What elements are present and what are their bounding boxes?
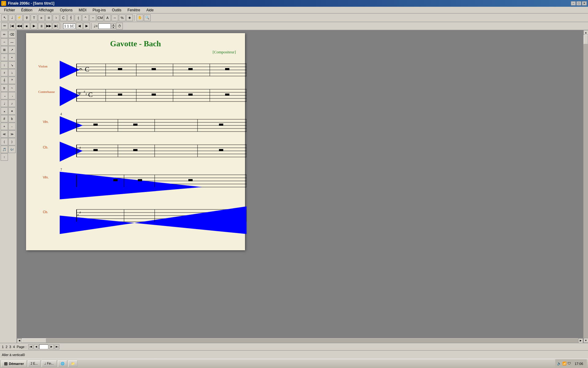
playback-pause[interactable]: ⏸ bbox=[38, 23, 45, 29]
lp-tool17a[interactable]: ↑ bbox=[1, 153, 8, 161]
tool-lyrics[interactable]: A bbox=[104, 14, 111, 21]
menu-options[interactable]: Options bbox=[57, 7, 75, 13]
page-num-3[interactable]: 3 bbox=[9, 345, 11, 349]
lp-tool14b[interactable]: ≫ bbox=[8, 130, 16, 138]
tool-select[interactable]: ↖ bbox=[1, 14, 8, 21]
tempo-spinner[interactable]: ▲ ▼ bbox=[111, 23, 115, 29]
lp-whole[interactable]: 𝅝 bbox=[1, 92, 8, 99]
menu-fenetre[interactable]: Fenêtre bbox=[125, 7, 143, 13]
taskbar-item-2e[interactable]: 2 E... bbox=[28, 360, 40, 367]
menu-outils[interactable]: Outils bbox=[109, 7, 124, 13]
minimize-button[interactable]: − bbox=[571, 1, 576, 6]
measure-nav-prev[interactable]: ◀ bbox=[76, 23, 83, 29]
playback-stop[interactable]: ■ bbox=[23, 23, 30, 29]
lp-tool5a[interactable]: ↕ bbox=[1, 61, 8, 69]
lp-tool5b[interactable]: ↘ bbox=[8, 61, 16, 69]
metronome-button[interactable]: ⏱ bbox=[116, 23, 123, 29]
tool-pencil[interactable]: ✏ bbox=[1, 23, 8, 29]
page-num-4[interactable]: 4 bbox=[13, 345, 15, 349]
playback-end[interactable]: ▶| bbox=[53, 23, 59, 29]
menu-plugins[interactable]: Plug-ins bbox=[90, 7, 108, 13]
lp-eighth[interactable]: ♪ bbox=[8, 100, 16, 107]
start-button[interactable]: ⊞ Démarrer bbox=[1, 360, 27, 367]
page-num-2[interactable]: 2 bbox=[6, 345, 7, 349]
page-last-button[interactable]: ▶| bbox=[55, 344, 59, 349]
tool-simple-entry[interactable]: ♩ bbox=[9, 14, 15, 21]
lp-half[interactable]: 𝅗 bbox=[8, 92, 16, 99]
tool-measure[interactable]: ⧈ bbox=[45, 14, 52, 21]
taskbar-item-extra1[interactable]: 📁 bbox=[68, 360, 77, 367]
lp-tool3b[interactable]: ↗ bbox=[8, 46, 16, 53]
lp-eraser[interactable]: ⌫ bbox=[8, 31, 16, 38]
tool-time[interactable]: C bbox=[60, 14, 67, 21]
taskbar-item-browser[interactable]: 🌐 bbox=[58, 360, 67, 367]
page-first-button[interactable]: |◀ bbox=[28, 344, 33, 349]
playback-rewind[interactable]: |◀ bbox=[9, 23, 15, 29]
page-prev-button[interactable]: ◀ bbox=[34, 344, 39, 349]
tool-staff[interactable]: ≡ bbox=[38, 14, 45, 21]
tool-repeat[interactable]: :| bbox=[75, 14, 81, 21]
lp-tool11b[interactable]: ✦ bbox=[8, 107, 16, 115]
tool-speedy-entry[interactable]: ⚡ bbox=[16, 14, 23, 21]
close-button[interactable]: ✕ bbox=[582, 1, 587, 6]
menu-aide[interactable]: Aide bbox=[144, 7, 156, 13]
lp-tool12b[interactable]: b bbox=[8, 115, 16, 122]
lp-tool15a[interactable]: ⟨ bbox=[1, 138, 8, 145]
tool-percent[interactable]: % bbox=[119, 14, 126, 21]
measure-nav-next[interactable]: ▶ bbox=[83, 23, 90, 29]
scroll-down-button[interactable]: ▼ bbox=[583, 338, 588, 343]
tool-zoom[interactable]: 🔍 bbox=[144, 14, 151, 21]
maximize-button[interactable]: □ bbox=[576, 1, 581, 6]
tool-special[interactable]: ◈ bbox=[126, 14, 133, 21]
tool-chord[interactable]: CM bbox=[97, 14, 104, 21]
measure-display[interactable] bbox=[63, 23, 75, 29]
lp-tool7a[interactable]: 𝄞 bbox=[1, 77, 8, 84]
tool-text[interactable]: T bbox=[31, 14, 37, 21]
tool-key[interactable]: ♭ bbox=[53, 14, 59, 21]
playback-prev[interactable]: ◀◀ bbox=[16, 23, 23, 29]
lp-dash[interactable]: — bbox=[8, 38, 16, 46]
lp-tool15b[interactable]: ⟩ bbox=[8, 138, 16, 145]
menu-edition[interactable]: Édition bbox=[18, 7, 35, 13]
menu-fichier[interactable]: Fichier bbox=[1, 7, 18, 13]
playback-next[interactable]: ▶▶ bbox=[45, 23, 52, 29]
lp-slur[interactable]: ⌢ bbox=[1, 38, 8, 46]
lp-tool14a[interactable]: ≪ bbox=[1, 130, 8, 138]
scroll-left-button[interactable]: ◀ bbox=[17, 338, 22, 343]
scroll-right-button[interactable]: ▶ bbox=[578, 338, 583, 343]
tool-clef[interactable]: 𝄞 bbox=[67, 14, 74, 21]
lp-quarter[interactable]: ♩ bbox=[1, 100, 8, 107]
lp-tool3a[interactable]: ⊞ bbox=[1, 46, 8, 53]
lp-tool13a[interactable]: + bbox=[1, 123, 8, 130]
lp-tool16a[interactable]: 🎵 bbox=[1, 146, 8, 153]
tempo-input[interactable]: 120 bbox=[98, 23, 111, 29]
tool-hyperscribe[interactable]: 🎙 bbox=[23, 14, 30, 21]
lp-trill[interactable]: tr bbox=[1, 84, 8, 92]
lp-circle[interactable]: ○ bbox=[1, 54, 8, 61]
page-number-input[interactable]: 1 bbox=[39, 344, 48, 349]
lp-dot[interactable]: • bbox=[8, 54, 16, 61]
scrollbar-vertical[interactable]: ▲ ▼ bbox=[583, 30, 588, 343]
page-num-1[interactable]: 1 bbox=[2, 345, 4, 349]
tempo-down[interactable]: ▼ bbox=[111, 26, 115, 29]
lp-tool6b[interactable]: ♭ bbox=[8, 69, 16, 76]
page-next-button[interactable]: ▶ bbox=[49, 344, 54, 349]
lp-tool13b[interactable]: - bbox=[8, 123, 16, 130]
tempo-up[interactable]: ▲ bbox=[111, 23, 115, 26]
menu-affichage[interactable]: Affichage bbox=[36, 7, 57, 13]
lp-pencil[interactable]: ✏ bbox=[1, 31, 8, 38]
lp-tool12a[interactable]: # bbox=[1, 115, 8, 122]
lp-tool11a[interactable]: ⁎ bbox=[1, 107, 8, 115]
tool-smart-shape[interactable]: ⌢ bbox=[89, 14, 96, 21]
menu-midi[interactable]: MIDI bbox=[76, 7, 89, 13]
lp-tool7b[interactable]: 𝄢 bbox=[8, 77, 16, 84]
scrollbar-horizontal[interactable]: ◀ ▶ bbox=[17, 338, 583, 343]
tool-articulation[interactable]: ^ bbox=[82, 14, 89, 21]
lp-tool16b[interactable]: 🎶 bbox=[8, 146, 16, 153]
tool-hand[interactable]: ✋ bbox=[137, 14, 143, 21]
scroll-thumb[interactable] bbox=[584, 35, 588, 44]
scroll-up-button[interactable]: ▲ bbox=[583, 30, 588, 35]
tool-resize[interactable]: ↔ bbox=[111, 14, 118, 21]
playback-play[interactable]: ▶ bbox=[31, 23, 37, 29]
lp-mordent[interactable]: ~ bbox=[8, 84, 16, 92]
